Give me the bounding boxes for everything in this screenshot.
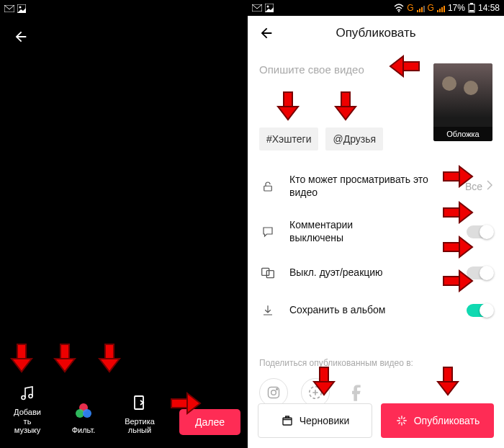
share-stories-button[interactable]: [301, 378, 330, 407]
publish-header: Опубликовать: [248, 16, 504, 50]
svg-rect-14: [470, 3, 473, 4]
svg-point-20: [271, 390, 276, 395]
svg-rect-18: [266, 271, 274, 278]
duet-label: Выкл. дуэт/реакцию: [289, 266, 467, 279]
status-bar-left: [0, 0, 248, 17]
envelope-icon: [252, 4, 262, 12]
envelope-icon: [4, 5, 14, 12]
battery-icon: [468, 3, 475, 13]
privacy-label: Кто может просматривать это видео: [289, 174, 465, 199]
signal-bars-icon: [437, 4, 445, 12]
save-row[interactable]: Сохранить в альбом: [259, 292, 492, 329]
image-icon: [265, 4, 274, 12]
svg-rect-8: [135, 396, 143, 409]
drafts-button[interactable]: Черновики: [258, 403, 372, 438]
vertical-button[interactable]: Вертика льный: [120, 393, 160, 435]
privacy-row[interactable]: Кто может просматривать это видео Все: [259, 163, 492, 209]
filters-icon: [73, 401, 94, 421]
arrow-left-icon: [258, 25, 274, 41]
cover-label: Обложка: [433, 127, 492, 141]
back-button[interactable]: [10, 26, 32, 48]
comments-row[interactable]: Комментарии выключены: [259, 209, 492, 254]
svg-rect-15: [469, 10, 474, 12]
save-label: Сохранить в альбом: [289, 304, 467, 317]
lock-icon: [259, 178, 276, 195]
add-music-label: Добави ть музыку: [7, 408, 48, 435]
status-bar-right: G G 17% 14:58: [248, 0, 504, 16]
comments-label: Комментарии выключены: [289, 219, 467, 244]
chevron-right-icon: [487, 180, 492, 193]
editor-toolbar: Добави ть музыку Фильт. Вертика льный Да…: [0, 383, 248, 435]
privacy-value: Все: [465, 181, 482, 192]
publish-button[interactable]: Опубликовать: [381, 403, 494, 438]
svg-point-21: [276, 389, 278, 390]
image-icon: [17, 4, 26, 13]
music-note-icon: [17, 383, 37, 403]
svg-rect-23: [283, 418, 292, 425]
wifi-icon: [394, 4, 404, 12]
drafts-icon: [281, 414, 294, 427]
sparkle-icon: [395, 414, 408, 427]
net-label-2: G: [428, 3, 434, 13]
svg-point-4: [29, 395, 32, 398]
duet-row[interactable]: Выкл. дуэт/реакцию: [259, 254, 492, 292]
hashtags-button[interactable]: #Хэштеги: [259, 127, 318, 151]
svg-point-7: [83, 409, 91, 418]
save-toggle[interactable]: [467, 304, 492, 317]
editor-screen: Добави ть музыку Фильт. Вертика льный Да…: [0, 0, 248, 448]
filters-label: Фильт.: [63, 426, 104, 435]
stories-icon: [307, 385, 323, 400]
svg-rect-16: [264, 186, 272, 191]
download-icon: [259, 302, 276, 319]
friends-button[interactable]: @Друзья: [325, 127, 383, 151]
publish-label: Опубликовать: [414, 415, 480, 426]
duet-icon: [259, 264, 276, 282]
clock: 14:58: [478, 3, 500, 13]
filters-button[interactable]: Фильт.: [63, 401, 104, 435]
description-input[interactable]: Опишите свое видео: [259, 63, 423, 76]
svg-point-11: [267, 6, 269, 8]
svg-point-2: [19, 6, 22, 9]
add-music-button[interactable]: Добави ть музыку: [7, 383, 48, 435]
net-label-1: G: [407, 3, 413, 13]
share-instagram-button[interactable]: [259, 378, 288, 407]
svg-point-12: [398, 11, 400, 12]
drafts-label: Черновики: [300, 415, 350, 426]
svg-point-3: [22, 396, 25, 400]
svg-rect-17: [262, 268, 269, 275]
share-facebook-button[interactable]: [343, 378, 372, 407]
instagram-icon: [266, 385, 281, 400]
vertical-icon: [130, 393, 150, 413]
comments-toggle[interactable]: [467, 225, 492, 238]
publish-screen: G G 17% 14:58 Опубликовать Опишите свое …: [248, 0, 504, 448]
share-label: Поделиться опубликованным видео в:: [259, 358, 492, 368]
vertical-label: Вертика льный: [120, 417, 160, 435]
battery-percent: 17%: [448, 3, 465, 13]
next-button[interactable]: Далее: [179, 409, 240, 435]
duet-toggle[interactable]: [467, 266, 492, 279]
facebook-icon: [347, 382, 367, 403]
arrow-left-icon: [13, 29, 29, 45]
back-button[interactable]: [258, 24, 275, 42]
comment-icon: [259, 223, 276, 241]
signal-bars-icon: [417, 4, 425, 12]
page-title: Опубликовать: [336, 26, 415, 40]
cover-button[interactable]: Обложка: [433, 63, 492, 141]
